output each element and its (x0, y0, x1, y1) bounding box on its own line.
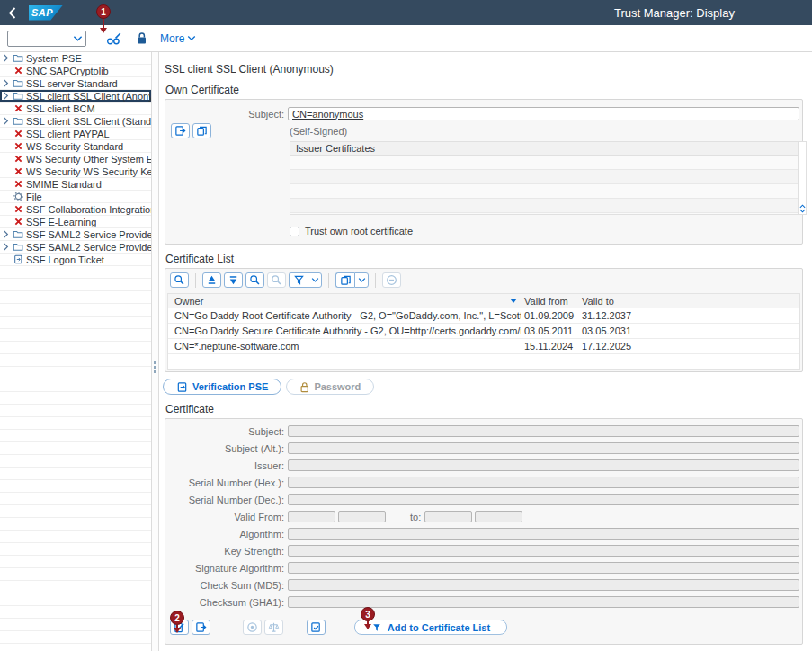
expander-icon[interactable] (0, 54, 12, 62)
annotation-step-2: 2 (170, 611, 184, 625)
cert-key-strength-field[interactable] (288, 545, 799, 557)
sidebar-item-16[interactable]: SSF Logon Ticket (0, 254, 151, 266)
sidebar-item-2[interactable]: SSL server Standard (0, 77, 151, 90)
export-dropdown-button[interactable] (354, 272, 369, 288)
sidebar-empty-row (0, 430, 151, 442)
sidebar-empty-row (0, 593, 151, 606)
sidebar-item-label: SSF Logon Ticket (26, 254, 104, 265)
table-row[interactable]: CN=Go Daddy Root Certificate Authority -… (168, 308, 799, 324)
valid-from-date-field[interactable] (288, 511, 335, 522)
sidebar-item-14[interactable]: SSF SAML2 Service Provider - Encrypt (0, 228, 151, 241)
copy-own-certificate-button[interactable] (192, 123, 211, 138)
sidebar-item-15[interactable]: SSF SAML2 Service Provider - Signatu (0, 241, 151, 254)
issuer-certificates-table[interactable]: Issuer Certificates (290, 141, 807, 215)
sidebar-item-4[interactable]: SSL client BCM (0, 103, 151, 115)
details-button[interactable] (170, 272, 189, 288)
sidebar-item-6[interactable]: SSL client PAYPAL (0, 128, 151, 140)
app-header: SAP Trust Manager: Display (0, 0, 812, 25)
sidebar-item-11[interactable]: File (0, 191, 151, 203)
red-x-icon (12, 142, 24, 150)
table-row[interactable]: CN=*.neptune-software.com 15.11.2024 17.… (168, 339, 799, 354)
more-menu[interactable]: More (160, 32, 196, 45)
column-header-owner[interactable]: Owner (168, 296, 521, 307)
trust-own-root-checkbox[interactable] (290, 227, 299, 236)
find-button[interactable] (245, 272, 264, 288)
sidebar-item-0[interactable]: System PSE (0, 52, 151, 65)
certificate-list-header-row: Owner Valid from Valid to (168, 294, 799, 308)
valid-from-time-field[interactable] (338, 511, 386, 522)
cert-signature-algorithm-field[interactable] (288, 562, 799, 574)
sidebar-empty-row (0, 392, 151, 405)
verification-pse-button[interactable]: Verification PSE (163, 379, 281, 395)
verify-certificate-button[interactable] (307, 620, 326, 635)
cert-serial-hex-field[interactable] (288, 477, 799, 488)
command-combobox[interactable] (7, 31, 86, 47)
cert-algorithm-label: Algorithm: (171, 529, 288, 540)
expander-icon[interactable] (0, 243, 12, 251)
sidebar-item-12[interactable]: SSF Collaboration Integration Library: o (0, 203, 151, 216)
cert-checksum-md5-field[interactable] (288, 579, 799, 591)
sidebar-empty-row (0, 644, 151, 651)
cert-signature-algorithm-label: Signature Algorithm: (171, 563, 288, 574)
red-x-icon (12, 218, 24, 226)
sidebar-empty-row (0, 556, 151, 568)
expander-icon[interactable] (0, 79, 12, 87)
sidebar-item-1[interactable]: SNC SAPCryptolib (0, 65, 151, 77)
sidebar-item-label: SSL client PAYPAL (26, 129, 110, 139)
expander-icon[interactable] (0, 92, 12, 100)
valid-to-time-field[interactable] (475, 511, 522, 522)
own-subject-field[interactable]: CN=anonymous (288, 107, 799, 120)
lock-icon (299, 381, 309, 393)
cert-serial-dec-field[interactable] (288, 494, 799, 505)
export-list-button[interactable] (335, 272, 354, 288)
sidebar-item-label: WS Security Other System Encryption C (26, 154, 151, 165)
filter-dropdown-button[interactable] (308, 272, 322, 288)
cert-subject-field[interactable] (288, 425, 799, 437)
password-button[interactable]: Password (286, 379, 374, 395)
export-own-certificate-button[interactable] (171, 123, 190, 138)
cert-algorithm-field[interactable] (288, 528, 799, 540)
table-row[interactable]: CN=Go Daddy Secure Certificate Authority… (168, 324, 799, 339)
annotation-arrow-head (174, 628, 181, 633)
export-certificate-button[interactable] (192, 620, 210, 635)
self-signed-label: (Self-Signed) (290, 126, 799, 137)
find-next-button[interactable] (267, 272, 286, 288)
back-button[interactable] (0, 7, 23, 19)
sidebar-item-8[interactable]: WS Security Other System Encryption C (0, 153, 151, 165)
folder-icon (12, 91, 24, 101)
set-focus-button[interactable] (243, 620, 262, 635)
column-header-valid-to[interactable]: Valid to (578, 296, 634, 307)
expander-icon[interactable] (0, 117, 12, 125)
cert-subject-alt-field[interactable] (288, 442, 799, 454)
own-certificate-panel: Subject: CN=anonymous (Self-Signed) (165, 99, 803, 245)
splitter[interactable] (151, 52, 159, 651)
sort-ascending-button[interactable] (202, 272, 221, 288)
annotation-step-3: 3 (361, 607, 375, 621)
valid-to-date-field[interactable] (424, 511, 472, 522)
chevron-down-icon (187, 35, 196, 41)
sort-descending-button[interactable] (224, 272, 243, 288)
chevron-left-icon (8, 7, 16, 19)
sidebar-item-7[interactable]: WS Security Standard (0, 140, 151, 153)
sidebar-empty-row (0, 417, 151, 430)
column-header-valid-from[interactable]: Valid from (521, 296, 578, 307)
add-to-certificate-list-button[interactable]: Add to Certificate List (354, 620, 507, 635)
sidebar-item-3[interactable]: SSL client SSL Client (Anonymous) (0, 90, 151, 103)
sidebar-item-10[interactable]: SMIME Standard (0, 178, 151, 191)
sidebar-empty-row (0, 455, 151, 468)
sidebar-item-9[interactable]: WS Security WS Security Keys (0, 165, 151, 178)
sidebar-item-5[interactable]: SSL client SSL Client (Standard) (0, 115, 151, 128)
cert-checksum-sha1-field[interactable] (288, 596, 799, 608)
sidebar-item-13[interactable]: SSF E-Learning (0, 216, 151, 228)
splitter-grip-icon (154, 361, 156, 373)
cert-issuer-field[interactable] (288, 459, 799, 471)
issuer-table-scrollbar[interactable] (798, 142, 806, 214)
sidebar-empty-row (0, 317, 151, 329)
remove-certificate-button[interactable] (382, 272, 401, 288)
expander-icon[interactable] (0, 230, 12, 238)
compare-certificate-button[interactable] (264, 620, 283, 635)
filter-button[interactable] (289, 272, 308, 288)
own-certificate-section-title: Own Certificate (165, 84, 812, 96)
lock-button[interactable] (132, 30, 151, 47)
sidebar-item-label: WS Security WS Security Keys (26, 166, 151, 177)
